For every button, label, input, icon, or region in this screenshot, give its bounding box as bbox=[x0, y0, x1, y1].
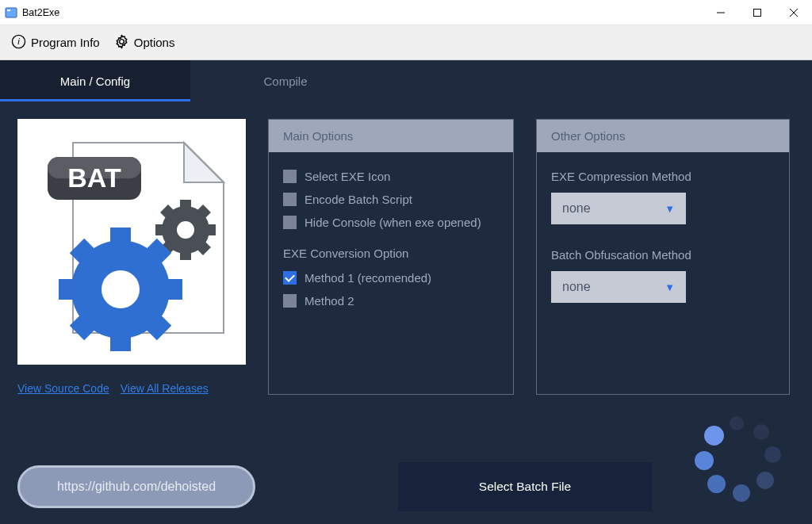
svg-rect-0 bbox=[6, 8, 17, 17]
check-select-exe-icon[interactable]: Select EXE Icon bbox=[283, 170, 499, 183]
obfuscation-value: none bbox=[562, 280, 591, 294]
checkbox-icon bbox=[283, 170, 297, 183]
maximize-button[interactable] bbox=[739, 0, 776, 25]
select-batch-file-button[interactable]: Select Batch File bbox=[398, 462, 652, 511]
check-label: Encode Batch Script bbox=[304, 193, 412, 206]
svg-point-8 bbox=[119, 39, 124, 44]
github-url-pill[interactable]: https://github.com/dehoisted bbox=[17, 465, 255, 508]
panel-other-body: EXE Compression Method none ▼ Batch Obfu… bbox=[537, 152, 789, 323]
tab-main-label: Main / Config bbox=[60, 75, 130, 88]
check-label: Select EXE Icon bbox=[304, 170, 390, 183]
github-url-text: https://github.com/dehoisted bbox=[57, 480, 216, 494]
bat-file-graphic: BAT bbox=[17, 119, 246, 365]
check-label: Method 1 (recomended) bbox=[304, 271, 431, 285]
compression-select[interactable]: none ▼ bbox=[551, 193, 686, 224]
info-icon: i bbox=[11, 34, 26, 52]
panel-other-options: Other Options EXE Compression Method non… bbox=[536, 119, 790, 395]
svg-text:BAT: BAT bbox=[67, 163, 121, 193]
titlebar-left: Bat2Exe bbox=[5, 6, 59, 19]
toolbar: i Program Info Options bbox=[0, 25, 812, 60]
chevron-down-icon: ▼ bbox=[665, 203, 675, 215]
conversion-option-label: EXE Conversion Option bbox=[283, 247, 499, 260]
svg-rect-3 bbox=[754, 9, 761, 16]
tab-compile-label: Compile bbox=[263, 75, 307, 88]
tab-compile[interactable]: Compile bbox=[190, 60, 381, 101]
check-hide-console[interactable]: Hide Console (when exe opened) bbox=[283, 216, 499, 229]
panel-other-header: Other Options bbox=[537, 120, 789, 152]
tab-main-config[interactable]: Main / Config bbox=[0, 60, 190, 101]
left-links: View Source Code View All Releases bbox=[17, 382, 246, 395]
app-icon bbox=[5, 6, 17, 19]
svg-text:i: i bbox=[17, 36, 20, 46]
compression-label: EXE Compression Method bbox=[551, 170, 775, 183]
select-file-label: Select Batch File bbox=[479, 480, 571, 494]
obfuscation-select[interactable]: none ▼ bbox=[551, 271, 686, 303]
close-button[interactable] bbox=[776, 0, 812, 25]
checkbox-icon bbox=[283, 193, 297, 206]
app-body: Main / Config Compile bbox=[0, 60, 812, 524]
window-buttons bbox=[703, 0, 812, 25]
check-method-2[interactable]: Method 2 bbox=[283, 294, 499, 308]
gear-icon bbox=[114, 34, 129, 52]
check-encode-batch-script[interactable]: Encode Batch Script bbox=[283, 193, 499, 206]
content-row: BAT bbox=[17, 119, 790, 395]
link-view-releases[interactable]: View All Releases bbox=[121, 382, 209, 395]
options-label: Options bbox=[134, 36, 175, 49]
obfuscation-label: Batch Obfuscation Method bbox=[551, 248, 775, 262]
check-label: Method 2 bbox=[304, 294, 354, 308]
panel-main-body: Select EXE Icon Encode Batch Script Hide… bbox=[269, 152, 513, 328]
loading-spinner-icon bbox=[693, 416, 780, 503]
link-view-source[interactable]: View Source Code bbox=[17, 382, 109, 395]
window-title: Bat2Exe bbox=[22, 7, 59, 18]
program-info-label: Program Info bbox=[31, 36, 100, 49]
checkbox-icon bbox=[283, 216, 297, 229]
tab-strip: Main / Config Compile bbox=[0, 60, 812, 101]
panel-main-header: Main Options bbox=[269, 120, 513, 152]
checkbox-icon bbox=[283, 294, 297, 308]
check-label: Hide Console (when exe opened) bbox=[304, 216, 481, 229]
program-info-button[interactable]: i Program Info bbox=[11, 34, 100, 52]
checkbox-icon bbox=[283, 271, 297, 285]
content-area: BAT bbox=[0, 101, 812, 524]
panel-main-options: Main Options Select EXE Icon Encode Batc… bbox=[268, 119, 514, 395]
options-button[interactable]: Options bbox=[114, 34, 175, 52]
check-method-1[interactable]: Method 1 (recomended) bbox=[283, 271, 499, 285]
svg-point-18 bbox=[177, 221, 194, 239]
svg-rect-1 bbox=[7, 10, 10, 11]
compression-value: none bbox=[562, 201, 591, 216]
svg-point-24 bbox=[102, 270, 140, 308]
chevron-down-icon: ▼ bbox=[665, 281, 675, 293]
minimize-button[interactable] bbox=[703, 0, 739, 25]
left-column: BAT bbox=[17, 119, 246, 395]
titlebar: Bat2Exe bbox=[0, 0, 812, 25]
bottom-row: https://github.com/dehoisted Select Batc… bbox=[17, 465, 790, 508]
